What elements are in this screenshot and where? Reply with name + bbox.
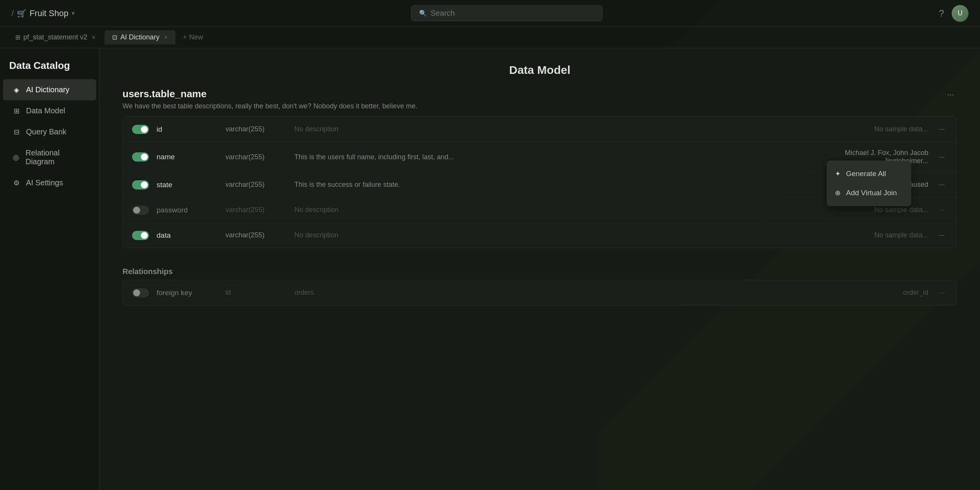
search-icon: 🔍 (419, 10, 427, 17)
col-name-foreign-key: foreign key (157, 289, 218, 297)
row-more-button-data[interactable]: ··· (936, 230, 948, 241)
help-icon[interactable]: ? (939, 8, 944, 19)
col-type-name: varchar(255) (225, 153, 287, 161)
sidebar-label-ai-settings: AI Settings (26, 178, 63, 187)
dropdown-label-add-virtual-join: Add Virtual Join (846, 189, 897, 197)
ai-settings-icon: ⚙ (12, 179, 21, 187)
tab-label-ai-dictionary: AI Dictionary (120, 33, 159, 41)
sidebar-item-query-bank[interactable]: ⊟ Query Bank (3, 121, 96, 142)
table-row: id varchar(255) No description No sample… (123, 117, 957, 142)
main-layout: Data Catalog ◈ AI Dictionary ⊞ Data Mode… (0, 48, 980, 490)
col-desc-data: No description (294, 231, 806, 239)
toggle-knob-password (133, 207, 140, 214)
sidebar-label-relational-diagram: Relational Diagram (26, 149, 87, 166)
workspace-name: Fruit Shop (29, 8, 69, 18)
tab-ai-dictionary[interactable]: ⊡ AI Dictionary × (105, 30, 175, 44)
generate-all-icon: ✦ (835, 170, 841, 178)
col-name-id: id (157, 125, 218, 134)
col-desc-password: No description (294, 206, 806, 214)
dropdown-item-generate-all[interactable]: ✦ Generate All (827, 164, 911, 183)
row-more-button-id[interactable]: ··· (936, 124, 948, 135)
toggle-knob-id (141, 126, 148, 133)
col-desc-name: This is the users full name, including f… (294, 153, 806, 161)
toggle-knob-name (141, 154, 148, 160)
topbar: / 🛒 Fruit Shop ▾ 🔍 ? U (0, 0, 980, 27)
col-more-name[interactable]: ··· (936, 152, 947, 163)
sidebar-title: Data Catalog (0, 56, 99, 79)
col-type-password: varchar(255) (225, 206, 287, 214)
tab-new-icon: + (183, 33, 187, 41)
col-desc-foreign-key: orders (294, 289, 806, 297)
main-content: Data Model users.table_name We have the … (100, 48, 980, 490)
toggle-password[interactable] (132, 206, 149, 215)
toggle-data[interactable] (132, 231, 149, 240)
col-type-foreign-key: id (225, 289, 287, 297)
col-more-state[interactable]: ··· (936, 179, 947, 190)
col-more-data[interactable]: ··· (936, 230, 947, 241)
row-more-button-state[interactable]: ··· (936, 179, 948, 190)
tab-new[interactable]: + New (177, 30, 209, 44)
avatar[interactable]: U (952, 5, 969, 22)
row-more-button-foreign-key[interactable]: ··· (936, 287, 948, 298)
sidebar-label-query-bank: Query Bank (26, 127, 67, 136)
sidebar-item-ai-dictionary[interactable]: ◈ AI Dictionary (3, 79, 96, 100)
dropdown-item-add-virtual-join[interactable]: ⊕ Add Virtual Join (827, 183, 911, 203)
sidebar-item-ai-settings[interactable]: ⚙ AI Settings (3, 172, 96, 193)
sidebar-label-data-model: Data Model (26, 106, 65, 115)
search-input[interactable] (431, 9, 595, 18)
tab-icon-pf-stat: ⊞ (15, 34, 20, 41)
row-more-button-password[interactable]: ··· (936, 204, 948, 216)
shop-icon: 🛒 (17, 9, 26, 18)
tab-new-label: New (189, 33, 203, 41)
table-more-button[interactable]: ··· (944, 88, 957, 101)
query-bank-icon: ⊟ (12, 128, 21, 136)
sidebar-item-relational-diagram[interactable]: ◎ Relational Diagram (3, 142, 96, 172)
col-name-data: data (157, 231, 218, 240)
tab-close-ai-dictionary[interactable]: × (164, 34, 168, 41)
col-sample-foreign-key: order_id (813, 289, 928, 297)
col-more-foreign-key[interactable]: ··· (936, 287, 947, 298)
sidebar-label-ai-dictionary: AI Dictionary (26, 85, 69, 94)
relationships-label: Relationships (122, 260, 957, 280)
toggle-knob-state (141, 181, 148, 188)
col-name-password: password (157, 206, 218, 214)
table-info: users.table_name We have the best table … (122, 88, 418, 110)
dropdown-label-generate-all: Generate All (846, 170, 886, 178)
relationships-table: foreign key id orders order_id ··· (122, 280, 957, 305)
col-name-name: name (157, 153, 218, 161)
col-more-id[interactable]: ··· (936, 124, 947, 135)
toggle-state[interactable] (132, 180, 149, 189)
chevron-down-icon: ▾ (72, 10, 75, 17)
table-row: data varchar(255) No description No samp… (123, 223, 957, 248)
toggle-knob-foreign-key (133, 289, 140, 296)
table-header: users.table_name We have the best table … (122, 88, 957, 110)
col-sample-id: No sample data... (813, 125, 928, 133)
add-virtual-join-icon: ⊕ (835, 189, 841, 197)
table-description: We have the best table descriptions, rea… (122, 102, 418, 110)
tab-icon-ai-dictionary: ⊡ (112, 34, 117, 41)
col-more-password[interactable]: ··· (936, 204, 947, 216)
topbar-actions: ? U (939, 5, 969, 22)
dropdown-menu: ✦ Generate All ⊕ Add Virtual Join (827, 161, 911, 206)
col-type-data: varchar(255) (225, 231, 287, 239)
breadcrumb-slash: / (11, 8, 14, 18)
toggle-foreign-key[interactable] (132, 288, 149, 297)
sidebar: Data Catalog ◈ AI Dictionary ⊞ Data Mode… (0, 48, 100, 490)
tab-close-pf-stat[interactable]: × (92, 34, 95, 41)
row-more-button-name[interactable]: ··· (936, 152, 948, 163)
workspace-selector[interactable]: 🛒 Fruit Shop ▾ (17, 8, 75, 18)
sidebar-item-data-model[interactable]: ⊞ Data Model (3, 100, 96, 121)
col-sample-password: No sample data... (813, 206, 928, 214)
tab-pf-stat[interactable]: ⊞ pf_stat_statement v2 × (8, 30, 103, 44)
toggle-name[interactable] (132, 152, 149, 162)
ai-dictionary-icon: ◈ (12, 86, 21, 94)
search-bar[interactable]: 🔍 (411, 5, 603, 21)
data-model-icon: ⊞ (12, 107, 21, 115)
relational-diagram-icon: ◎ (12, 153, 20, 162)
col-type-state: varchar(255) (225, 181, 287, 189)
table-row: foreign key id orders order_id ··· (123, 280, 957, 305)
tab-label-pf-stat: pf_stat_statement v2 (23, 33, 87, 41)
col-type-id: varchar(255) (225, 125, 287, 133)
page-title: Data Model (122, 48, 957, 88)
toggle-id[interactable] (132, 125, 149, 134)
